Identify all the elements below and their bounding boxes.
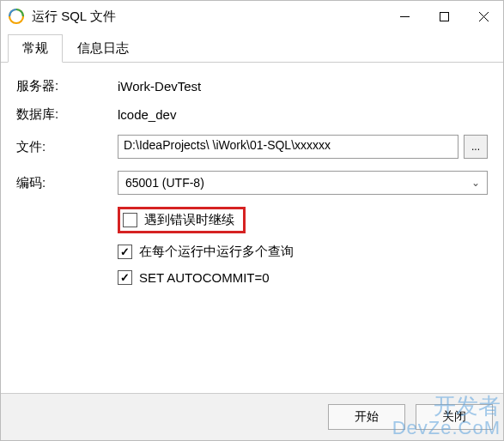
checkbox-autocommit[interactable] <box>118 270 132 285</box>
chevron-down-icon: ⌄ <box>471 177 480 189</box>
app-icon <box>8 8 25 25</box>
row-file: 文件: D:\IdeaProjects\ \iWork\01-SQL\xxxxx… <box>16 135 488 159</box>
option-continue-on-error-row: 遇到错误时继续 <box>118 207 488 233</box>
titlebar: 运行 SQL 文件 <box>1 1 503 32</box>
browse-button[interactable]: ... <box>464 135 488 159</box>
close-dialog-button[interactable]: 关闭 <box>416 404 493 430</box>
checkbox-continue-on-error[interactable] <box>123 213 137 227</box>
label-server: 服务器: <box>16 78 118 94</box>
label-multi-query: 在每个运行中运行多个查询 <box>139 244 294 260</box>
value-database: lcode_dev <box>118 107 176 122</box>
file-path-prefix: D:\IdeaProjects\ <box>124 138 209 152</box>
encoding-select[interactable]: 65001 (UTF-8) ⌄ <box>118 171 488 195</box>
close-button[interactable] <box>464 1 503 32</box>
maximize-button[interactable] <box>424 1 464 32</box>
content-area: 服务器: iWork-DevTest 数据库: lcode_dev 文件: D:… <box>1 63 503 393</box>
start-button[interactable]: 开始 <box>328 404 405 430</box>
option-autocommit-row: SET AUTOCOMMIT=0 <box>118 270 488 285</box>
value-server: iWork-DevTest <box>118 79 201 94</box>
options-group: 遇到错误时继续 在每个运行中运行多个查询 SET AUTOCOMMIT=0 <box>118 207 488 285</box>
footer: 开始 关闭 <box>1 393 503 440</box>
encoding-value: 65001 (UTF-8) <box>125 176 204 190</box>
row-server: 服务器: iWork-DevTest <box>16 78 488 94</box>
label-database: 数据库: <box>16 106 118 123</box>
option-multi-query-row: 在每个运行中运行多个查询 <box>118 244 488 260</box>
label-autocommit: SET AUTOCOMMIT=0 <box>139 270 270 285</box>
row-encoding: 编码: 65001 (UTF-8) ⌄ <box>16 171 488 195</box>
dialog-window: 运行 SQL 文件 常规 信息日志 服务器: iWork-DevTest 数据库… <box>0 0 504 441</box>
file-path-suffix: \iWork\01-SQL\xxxxxx <box>213 138 331 152</box>
file-path-input[interactable]: D:\IdeaProjects\ \iWork\01-SQL\xxxxxx <box>118 135 458 159</box>
label-encoding: 编码: <box>16 175 118 191</box>
window-controls <box>385 1 503 32</box>
checkbox-multi-query[interactable] <box>118 245 132 259</box>
row-database: 数据库: lcode_dev <box>16 106 488 123</box>
highlight-box: 遇到错误时继续 <box>118 207 246 233</box>
window-title: 运行 SQL 文件 <box>32 9 385 25</box>
tab-general[interactable]: 常规 <box>8 34 63 63</box>
tab-log[interactable]: 信息日志 <box>63 34 143 63</box>
label-file: 文件: <box>16 139 118 155</box>
label-continue-on-error: 遇到错误时继续 <box>144 212 234 228</box>
svg-rect-2 <box>440 12 448 21</box>
tab-bar: 常规 信息日志 <box>1 33 503 63</box>
minimize-button[interactable] <box>385 1 424 32</box>
